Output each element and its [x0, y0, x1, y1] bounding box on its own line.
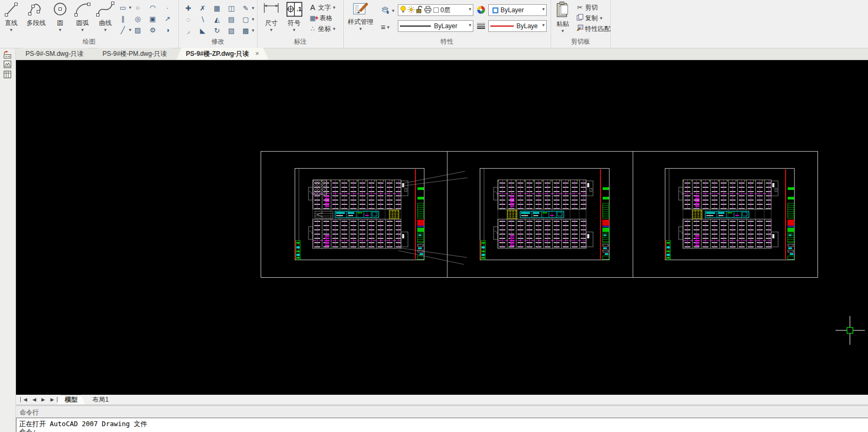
- match-properties-icon: [575, 24, 584, 33]
- chevron-down-icon[interactable]: ▾: [333, 5, 336, 10]
- chevron-down-icon[interactable]: ▾: [600, 16, 603, 20]
- image-panel-icon[interactable]: [2, 60, 13, 69]
- prev-tab-icon[interactable]: ◀: [30, 397, 39, 402]
- point-tool[interactable]: ·: [161, 2, 174, 13]
- chevron-down-icon[interactable]: ▾: [469, 23, 471, 27]
- arc-icon: [72, 1, 93, 18]
- parallel-lines-tool[interactable]: ∥: [116, 13, 130, 24]
- edit-pencil-tool[interactable]: ✎▾: [239, 3, 253, 13]
- trim-tool[interactable]: ✗: [196, 3, 210, 13]
- command-line-header[interactable]: 命令行: [16, 406, 868, 418]
- linetype-select[interactable]: ByLayer ▾: [398, 20, 473, 32]
- copy-button[interactable]: 复制 ▾: [575, 13, 611, 23]
- tab-model[interactable]: 模型: [57, 395, 85, 404]
- paste-button[interactable]: 粘贴 ▾: [554, 1, 571, 33]
- copy-object-tool[interactable]: ▤: [224, 14, 238, 24]
- chevron-down-icon[interactable]: ▾: [562, 29, 564, 33]
- symbol-badge: .1: [297, 6, 302, 12]
- coordinate-icon: ∴: [308, 25, 317, 32]
- chevron-down-icon[interactable]: ▾: [387, 25, 390, 29]
- scale-tool[interactable]: ◌: [181, 14, 195, 24]
- chevron-down-icon[interactable]: ▾: [360, 27, 362, 31]
- drawing-canvas[interactable]: [16, 60, 868, 395]
- arc-segment-tool[interactable]: ◠: [146, 2, 160, 13]
- layer-select[interactable]: 0层 ▾: [398, 4, 473, 16]
- rectangle-tool[interactable]: ▭▾: [116, 2, 130, 13]
- ribbon-panel-annotate: 尺寸 ▾ .1 符号 ▾ A 文字 ▾ ▦ + 表格 ∴ 坐标: [257, 0, 344, 48]
- lineweight-preview: [490, 26, 514, 27]
- ellipse-tool[interactable]: ○: [131, 2, 145, 13]
- doc-tab-ps9-sm[interactable]: PS-9#-SM.dwg-只读: [16, 48, 93, 60]
- table-tool-button[interactable]: ▦ + 表格: [308, 13, 336, 23]
- chevron-down-icon[interactable]: ▾: [104, 28, 107, 32]
- text-icon: A: [308, 3, 317, 12]
- doc-tab-ps9-pm[interactable]: PS-9#楼-PM.dwg-只读: [93, 48, 177, 60]
- line-tool-button[interactable]: 直线 ▾: [3, 1, 19, 32]
- rectangle-edit-tool[interactable]: ▢▾: [239, 14, 253, 24]
- dimension-tool-button[interactable]: 尺寸 ▾: [262, 1, 281, 32]
- chevron-down-icon[interactable]: ▾: [469, 7, 471, 11]
- next-tab-icon[interactable]: ▶: [39, 397, 48, 402]
- array-tool[interactable]: ▦: [210, 3, 224, 13]
- chevron-down-icon[interactable]: ▾: [252, 17, 254, 21]
- last-tab-icon[interactable]: ▶: [48, 397, 57, 402]
- chevron-down-icon[interactable]: ▾: [81, 28, 84, 32]
- solid-edit-tool[interactable]: ▧: [224, 25, 238, 36]
- chevron-down-icon[interactable]: ▾: [10, 28, 13, 32]
- rotate-tool[interactable]: ↻: [210, 25, 224, 36]
- coordinate-tool-button[interactable]: ∴ 坐标 ▾: [308, 23, 336, 34]
- clipboard-panel-label: 剪切板: [551, 37, 610, 46]
- chevron-down-icon[interactable]: ▾: [333, 27, 336, 31]
- ribbon-panel-clipboard: 粘贴 ▾ ✂ 剪切 复制 ▾ 特性匹配 剪切板: [551, 0, 611, 48]
- chevron-down-icon[interactable]: ▾: [392, 9, 395, 13]
- hatch-edit-tool[interactable]: ▩▾: [239, 25, 253, 36]
- hatch-tool[interactable]: ▨: [131, 24, 145, 35]
- chevron-down-icon[interactable]: ▾: [252, 6, 254, 10]
- circle-tool-button[interactable]: 圆 ▾: [52, 1, 69, 32]
- mirror-tool[interactable]: ◭: [210, 14, 224, 24]
- stretch-tool[interactable]: ◫: [224, 3, 238, 13]
- arc-tool-button[interactable]: 圆弧 ▾: [72, 1, 93, 32]
- color-select[interactable]: ByLayer ▾: [488, 4, 547, 16]
- chevron-down-icon[interactable]: ▾: [59, 28, 62, 32]
- offset-tool[interactable]: ∖: [196, 14, 210, 24]
- spline-tool-button[interactable]: 曲线 ▾: [95, 1, 116, 32]
- match-properties-button[interactable]: 特性匹配: [575, 23, 611, 34]
- close-icon[interactable]: ×: [255, 50, 259, 57]
- chevron-down-icon[interactable]: ▾: [542, 7, 545, 11]
- command-history[interactable]: 正在打开 AutoCAD 2007 Drawing 文件 命令:: [16, 418, 868, 432]
- doc-tab-ps9-zp-active[interactable]: PS-9#楼-ZP.dwg-只读 ×: [176, 48, 268, 60]
- layer-states-button[interactable]: ▾: [381, 5, 395, 15]
- dimension-icon: [262, 1, 281, 18]
- polyline-tool-button[interactable]: 多段线: [22, 1, 50, 28]
- symbol-label: 符号: [288, 19, 301, 28]
- lineweight-lines-icon[interactable]: [477, 22, 486, 31]
- style-manager-button[interactable]: 样式管理 ▾: [348, 1, 373, 31]
- tool-palette-icon[interactable]: [2, 51, 13, 59]
- scissors-icon: ✂: [575, 4, 584, 11]
- grid-panel-icon[interactable]: [2, 70, 13, 79]
- fillet-tool[interactable]: ◞: [181, 25, 195, 36]
- move-tool[interactable]: ✚: [181, 3, 195, 13]
- first-tab-icon[interactable]: ◀: [20, 397, 30, 402]
- chevron-down-icon[interactable]: ▾: [252, 28, 254, 32]
- cut-button[interactable]: ✂ 剪切: [575, 2, 611, 13]
- tab-layout1[interactable]: 布局1: [85, 395, 116, 404]
- table-plus-icon: +: [315, 14, 319, 22]
- construction-line-tool[interactable]: ╱▾: [116, 24, 130, 35]
- text-tool-button[interactable]: A 文字 ▾: [308, 2, 336, 13]
- color-wheel-icon[interactable]: [477, 5, 486, 16]
- pointer-tool[interactable]: ↗: [161, 13, 174, 24]
- linetype-menu-button[interactable]: ≡ ▾: [381, 22, 389, 31]
- ribbon-empty-space: [611, 0, 868, 48]
- region-tool[interactable]: ▣: [146, 13, 160, 24]
- chevron-down-icon[interactable]: ▾: [270, 28, 273, 32]
- chamfer-tool[interactable]: ◣: [196, 25, 210, 36]
- donut-tool[interactable]: ◎: [131, 13, 145, 24]
- lineweight-select[interactable]: ByLayer ▾: [488, 20, 547, 32]
- wipeout-tool[interactable]: ◑: [161, 24, 174, 35]
- chevron-down-icon[interactable]: ▾: [293, 28, 296, 32]
- gear-tool[interactable]: ⚙: [146, 24, 160, 35]
- symbol-tool-button[interactable]: .1 符号 ▾: [285, 1, 303, 32]
- chevron-down-icon[interactable]: ▾: [542, 23, 545, 27]
